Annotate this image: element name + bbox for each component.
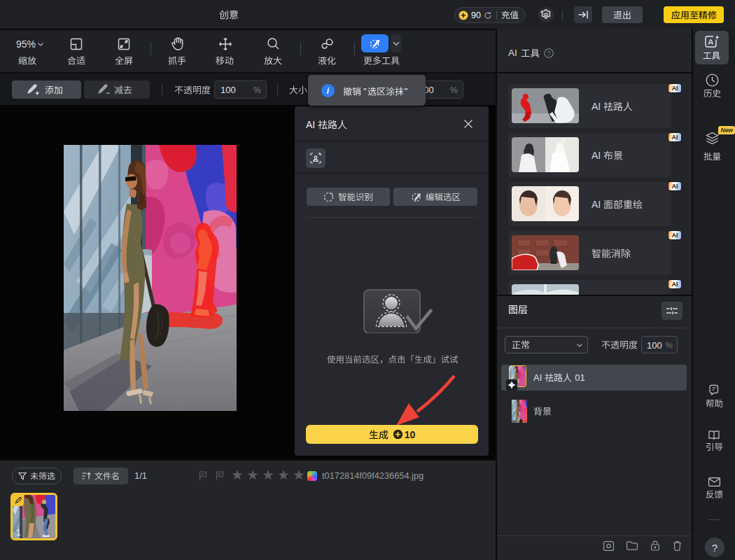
svg-text:?: ?	[547, 50, 550, 57]
